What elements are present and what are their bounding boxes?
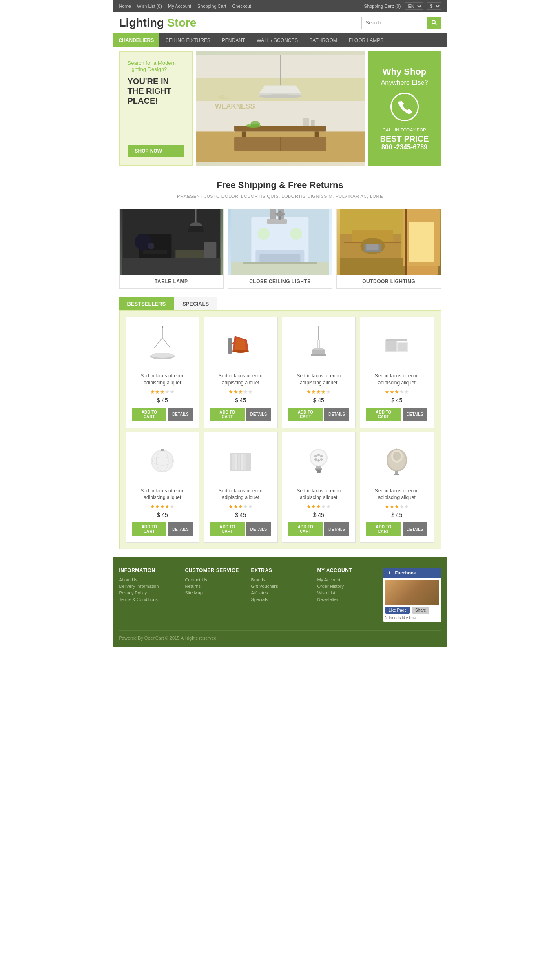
details-5[interactable]: DETAILS <box>246 522 271 536</box>
product-stars-6: ★★★★★ <box>288 503 350 510</box>
product-card-4: Sed in lacus ut enim adipiscing aliquet … <box>126 432 200 543</box>
svg-rect-107 <box>395 471 398 474</box>
hero-big-text: YOU'RE IN THE RIGHT PLACE! <box>128 76 184 106</box>
svg-rect-36 <box>260 254 301 262</box>
product-img-2 <box>288 324 350 368</box>
header-search <box>361 17 441 29</box>
footer-link-orders[interactable]: Order History <box>317 584 375 589</box>
category-table-lamp[interactable]: TABLE LAMP <box>119 209 224 289</box>
tab-bestsellers[interactable]: BESTSELLERS <box>119 297 174 310</box>
category-outdoor[interactable]: OUTDOOR LIGHTING <box>336 209 441 289</box>
footer-link-affiliates[interactable]: Affiliates <box>251 590 309 595</box>
footer-link-brands[interactable]: Brands <box>251 577 309 582</box>
product-stars-5: ★★★★★ <box>210 503 271 510</box>
svg-rect-63 <box>228 338 232 354</box>
nav-ceiling[interactable]: CEILING FIXTURES <box>159 33 216 47</box>
details-4[interactable]: DETAILS <box>168 522 193 536</box>
details-3[interactable]: DETAILS <box>403 408 427 421</box>
svg-rect-56 <box>366 244 378 250</box>
category-label-2: OUTDOOR LIGHTING <box>337 275 441 288</box>
product-card-6: Sed in lacus ut enim adipiscing aliquet … <box>282 432 356 543</box>
footer-link-myaccount[interactable]: My Account <box>317 577 375 582</box>
product-price-6: $ 45 <box>288 512 350 518</box>
add-to-cart-5[interactable]: ADD TO CART <box>210 522 245 536</box>
fb-share-button[interactable]: Share <box>412 607 429 614</box>
nav-pendant[interactable]: PENDANT <box>216 33 251 47</box>
product-card-0: Sed in lacus ut enim adipiscing aliquet … <box>126 317 200 428</box>
footer-link-terms[interactable]: Terms & Conditions <box>119 597 177 602</box>
add-to-cart-0[interactable]: ADD TO CART <box>132 408 167 421</box>
top-nav-home[interactable]: Home <box>119 4 131 9</box>
add-to-cart-7[interactable]: ADD TO CART <box>366 522 401 536</box>
svg-line-1 <box>435 23 436 25</box>
footer-facebook: f Facebook Like Page Share 2 friends lik… <box>383 568 441 622</box>
product-svg-spot <box>381 441 413 481</box>
top-nav-cart[interactable]: Shopping Cart <box>197 4 226 9</box>
nav-wall[interactable]: WALL / SCONCES <box>251 33 303 47</box>
tab-content: Sed in lacus ut enim adipiscing aliquet … <box>119 310 441 549</box>
product-img-6 <box>288 439 350 483</box>
tab-specials[interactable]: SPECIALS <box>174 297 217 310</box>
product-svg-pendant <box>146 326 179 366</box>
footer-link-returns[interactable]: Returns <box>185 584 243 589</box>
hero-right: Why Shop Anywhere Else? CALL IN TODAY FO… <box>368 51 441 166</box>
svg-rect-90 <box>246 454 250 470</box>
product-price-7: $ 45 <box>366 512 427 518</box>
svg-rect-14 <box>303 118 309 126</box>
footer-col-information: INFORMATION About Us Delivery Informatio… <box>119 568 177 622</box>
top-nav-account[interactable]: My Account <box>168 4 191 9</box>
footer-link-delivery[interactable]: Delivery Information <box>119 584 177 589</box>
details-6[interactable]: DETAILS <box>324 522 349 536</box>
search-input[interactable] <box>362 17 427 29</box>
footer-link-wishlist[interactable]: Wish List <box>317 590 375 595</box>
footer-link-specials[interactable]: Specials <box>251 597 309 602</box>
svg-rect-89 <box>243 454 246 470</box>
hero-scene-svg: WEAKNESS YOU <box>196 51 365 166</box>
product-actions-0: ADD TO CART DETAILS <box>132 408 193 421</box>
top-nav-checkout[interactable]: Checkout <box>232 4 251 9</box>
language-select[interactable]: EN <box>405 2 423 10</box>
fb-box: f Facebook Like Page Share 2 friends lik… <box>383 568 441 622</box>
why-sub: Anywhere Else? <box>381 79 428 86</box>
product-svg-sconce <box>224 326 257 366</box>
details-2[interactable]: DETAILS <box>324 408 349 421</box>
category-img-3 <box>337 209 441 275</box>
footer-link-newsletter[interactable]: Newsletter <box>317 597 375 602</box>
shop-now-button[interactable]: SHOP NOW <box>128 145 184 157</box>
nav-bathroom[interactable]: BATHROOM <box>303 33 343 47</box>
top-nav-wishlist[interactable]: Wish List (0) <box>137 4 162 9</box>
svg-point-98 <box>320 458 323 461</box>
add-to-cart-6[interactable]: ADD TO CART <box>288 522 323 536</box>
add-to-cart-1[interactable]: ADD TO CART <box>210 408 245 421</box>
details-1[interactable]: DETAILS <box>246 408 271 421</box>
details-7[interactable]: DETAILS <box>403 522 427 536</box>
footer-link-privacy[interactable]: Privacy Policy <box>119 590 177 595</box>
add-to-cart-2[interactable]: ADD TO CART <box>288 408 323 421</box>
cart-status: Shopping Cart: (0) <box>364 4 401 9</box>
footer-link-contact[interactable]: Contact Us <box>185 577 243 582</box>
currency-select[interactable]: $ <box>427 2 441 10</box>
add-to-cart-3[interactable]: ADD TO CART <box>366 408 401 421</box>
category-ceiling[interactable]: CLOSE CEILING LIGHTS <box>228 209 332 289</box>
product-svg-bulb <box>302 441 335 481</box>
product-name-6: Sed in lacus ut enim adipiscing aliquet <box>288 488 350 501</box>
product-price-2: $ 45 <box>288 397 350 403</box>
add-to-cart-4[interactable]: ADD TO CART <box>132 522 167 536</box>
svg-rect-32 <box>231 262 329 275</box>
phone-number: 800 -2345-6789 <box>381 144 427 151</box>
svg-point-94 <box>317 454 320 456</box>
free-shipping-subtitle: PRAESENT JUSTO DOLOR, LOBORTIS QUIS, LOB… <box>119 194 441 199</box>
fb-like-button[interactable]: Like Page <box>385 607 410 614</box>
footer-link-vouchers[interactable]: Gift Vouchers <box>251 584 309 589</box>
footer-link-about[interactable]: About Us <box>119 577 177 582</box>
product-actions-2: ADD TO CART DETAILS <box>288 408 350 421</box>
nav-chandeliers[interactable]: CHANDELIERS <box>113 33 160 47</box>
details-0[interactable]: DETAILS <box>168 408 193 421</box>
logo[interactable]: Lighting Store <box>119 16 355 29</box>
footer-col-title-3: MY ACCOUNT <box>317 568 375 573</box>
search-button[interactable] <box>427 17 441 29</box>
category-label-0: TABLE LAMP <box>120 275 224 288</box>
nav-floor[interactable]: FLOOR LAMPS <box>343 33 389 47</box>
footer-link-sitemap[interactable]: Site Map <box>185 590 243 595</box>
product-img-0 <box>132 324 193 368</box>
